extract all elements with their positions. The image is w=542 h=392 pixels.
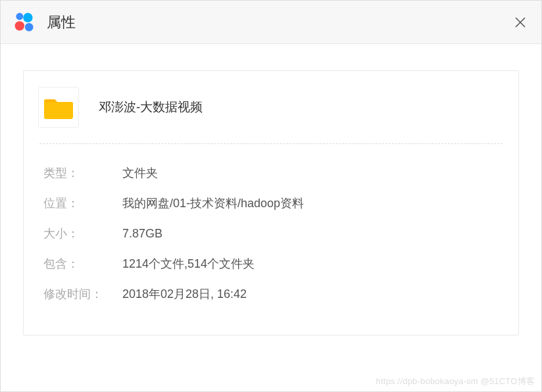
file-name: 邓澎波-大数据视频 (99, 99, 203, 116)
prop-value-type: 文件夹 (122, 165, 158, 181)
prop-value-location: 我的网盘/01-技术资料/hadoop资料 (122, 195, 304, 211)
dialog-title: 属性 (47, 12, 76, 32)
prop-value-modified: 2018年02月28日, 16:42 (122, 286, 247, 302)
file-header: 邓澎波-大数据视频 (24, 71, 518, 143)
prop-value-contains: 1214个文件,514个文件夹 (122, 256, 255, 272)
svg-point-1 (23, 12, 32, 22)
close-icon (514, 16, 526, 28)
prop-label-contains: 包含： (43, 256, 122, 272)
svg-point-0 (16, 12, 23, 20)
properties-list: 类型： 文件夹 位置： 我的网盘/01-技术资料/hadoop资料 大小： 7.… (24, 144, 518, 335)
prop-row-type: 类型： 文件夹 (43, 165, 499, 181)
folder-icon-wrap (38, 87, 79, 128)
prop-label-location: 位置： (43, 195, 122, 211)
watermark: https://dpb-bobokaoya-sm @51CTO博客 (376, 376, 535, 387)
svg-point-2 (15, 21, 24, 30)
prop-label-modified: 修改时间： (43, 286, 122, 302)
svg-point-3 (25, 22, 34, 31)
prop-row-size: 大小： 7.87GB (43, 226, 499, 241)
prop-row-contains: 包含： 1214个文件,514个文件夹 (43, 256, 499, 272)
folder-icon (44, 95, 73, 119)
prop-label-type: 类型： (43, 165, 122, 181)
prop-row-location: 位置： 我的网盘/01-技术资料/hadoop资料 (43, 195, 499, 211)
prop-label-size: 大小： (43, 226, 122, 241)
prop-value-size: 7.87GB (122, 227, 162, 241)
properties-panel: 邓澎波-大数据视频 类型： 文件夹 位置： 我的网盘/01-技术资料/hadoo… (23, 70, 519, 335)
titlebar: 属性 (1, 1, 541, 44)
content-area: 邓澎波-大数据视频 类型： 文件夹 位置： 我的网盘/01-技术资料/hadoo… (1, 44, 541, 391)
properties-dialog: 属性 邓澎波-大数据视频 类型： (0, 0, 542, 392)
prop-row-modified: 修改时间： 2018年02月28日, 16:42 (43, 286, 499, 302)
baidu-pan-logo (12, 11, 36, 34)
close-button[interactable] (514, 16, 527, 29)
